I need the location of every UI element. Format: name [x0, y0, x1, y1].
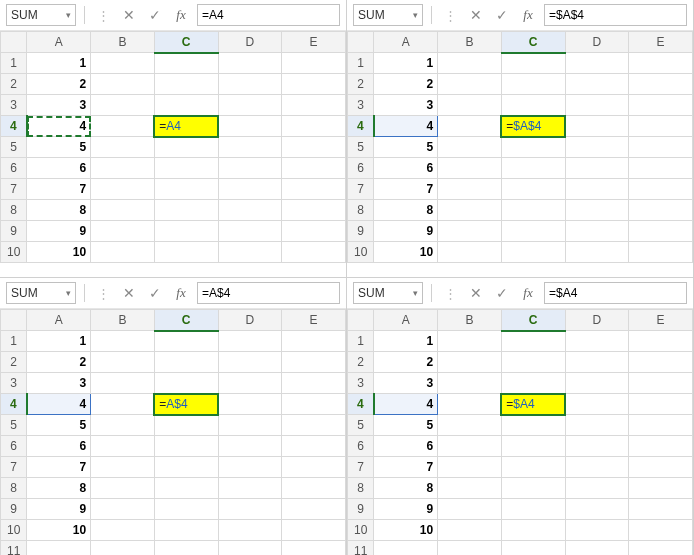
cell[interactable]: 3 — [27, 95, 91, 116]
row-header[interactable]: 5 — [1, 415, 27, 436]
col-header[interactable]: B — [438, 32, 502, 53]
row-header[interactable]: 8 — [1, 478, 27, 499]
row-header[interactable]: 6 — [348, 436, 374, 457]
cell[interactable] — [218, 415, 282, 436]
cell[interactable]: 8 — [374, 478, 438, 499]
cell[interactable] — [565, 520, 629, 541]
cell[interactable] — [154, 74, 218, 95]
cell[interactable] — [91, 158, 155, 179]
cell[interactable]: 2 — [27, 352, 91, 373]
cell[interactable] — [565, 95, 629, 116]
row-header[interactable]: 8 — [348, 200, 374, 221]
cell[interactable]: 7 — [374, 179, 438, 200]
cell[interactable]: 5 — [374, 137, 438, 158]
cell[interactable] — [501, 331, 565, 352]
cell[interactable] — [501, 457, 565, 478]
select-all-corner[interactable] — [1, 310, 27, 331]
cell[interactable]: 5 — [374, 415, 438, 436]
row-header[interactable]: 2 — [1, 352, 27, 373]
cell[interactable]: 10 — [27, 520, 91, 541]
cell[interactable] — [218, 242, 282, 263]
cell[interactable] — [218, 331, 282, 352]
cell[interactable] — [91, 331, 155, 352]
fx-icon[interactable]: fx — [171, 5, 191, 25]
row-header[interactable]: 6 — [348, 158, 374, 179]
cell[interactable] — [218, 520, 282, 541]
cell[interactable] — [438, 200, 502, 221]
cell[interactable] — [438, 373, 502, 394]
formula-input[interactable]: =A$4 — [197, 282, 340, 304]
name-box[interactable]: SUM ▾ — [6, 282, 76, 304]
name-box[interactable]: SUM ▾ — [6, 4, 76, 26]
cell[interactable] — [282, 520, 346, 541]
row-header[interactable]: 4 — [348, 394, 374, 415]
cell[interactable]: 3 — [27, 373, 91, 394]
cell[interactable] — [282, 373, 346, 394]
row-header[interactable]: 5 — [1, 137, 27, 158]
cell[interactable] — [501, 137, 565, 158]
cell[interactable] — [218, 53, 282, 74]
cell[interactable] — [154, 520, 218, 541]
cell[interactable] — [438, 137, 502, 158]
cell[interactable] — [282, 179, 346, 200]
cell[interactable]: 10 — [374, 520, 438, 541]
col-header[interactable]: E — [629, 32, 693, 53]
cell[interactable] — [218, 116, 282, 137]
cell[interactable] — [438, 331, 502, 352]
cell[interactable] — [501, 436, 565, 457]
cell[interactable] — [565, 331, 629, 352]
row-header[interactable]: 2 — [348, 74, 374, 95]
cell-referenced[interactable]: 4 — [27, 116, 91, 137]
cell[interactable] — [154, 179, 218, 200]
cell[interactable] — [438, 221, 502, 242]
cell[interactable] — [629, 95, 693, 116]
cell[interactable] — [629, 352, 693, 373]
cell[interactable] — [91, 221, 155, 242]
row-header[interactable]: 10 — [348, 520, 374, 541]
row-header[interactable]: 10 — [1, 520, 27, 541]
cell[interactable] — [629, 200, 693, 221]
col-header[interactable]: D — [218, 310, 282, 331]
row-header[interactable]: 1 — [1, 53, 27, 74]
col-header[interactable]: D — [565, 310, 629, 331]
cell[interactable] — [501, 415, 565, 436]
cell[interactable] — [438, 436, 502, 457]
cell[interactable] — [565, 179, 629, 200]
cell[interactable] — [438, 116, 502, 137]
cell[interactable] — [91, 415, 155, 436]
cell[interactable] — [91, 373, 155, 394]
cell[interactable] — [154, 221, 218, 242]
col-header[interactable]: B — [438, 310, 502, 331]
name-box[interactable]: SUM ▾ — [353, 4, 423, 26]
row-header[interactable]: 8 — [348, 478, 374, 499]
col-header[interactable]: D — [218, 32, 282, 53]
cell[interactable] — [501, 200, 565, 221]
cell[interactable] — [218, 200, 282, 221]
cell[interactable] — [282, 457, 346, 478]
row-header[interactable]: 8 — [1, 200, 27, 221]
cell[interactable] — [629, 499, 693, 520]
cell[interactable] — [91, 436, 155, 457]
cell[interactable] — [565, 541, 629, 556]
fx-icon[interactable]: fx — [518, 5, 538, 25]
cell[interactable] — [438, 499, 502, 520]
cell[interactable]: 7 — [27, 457, 91, 478]
formula-input[interactable]: =A4 — [197, 4, 340, 26]
cell[interactable] — [154, 242, 218, 263]
cell[interactable]: 3 — [374, 95, 438, 116]
cell[interactable] — [91, 541, 155, 556]
row-header[interactable]: 5 — [348, 415, 374, 436]
cell[interactable] — [501, 520, 565, 541]
cell[interactable] — [565, 478, 629, 499]
cell[interactable]: 7 — [374, 457, 438, 478]
cell[interactable] — [501, 95, 565, 116]
cell[interactable] — [565, 352, 629, 373]
cell[interactable] — [565, 373, 629, 394]
cell[interactable]: 8 — [374, 200, 438, 221]
cell[interactable] — [438, 394, 502, 415]
cell[interactable] — [629, 74, 693, 95]
select-all-corner[interactable] — [1, 32, 27, 53]
col-header[interactable]: C — [501, 310, 565, 331]
cell[interactable]: 5 — [27, 415, 91, 436]
cell[interactable] — [565, 415, 629, 436]
